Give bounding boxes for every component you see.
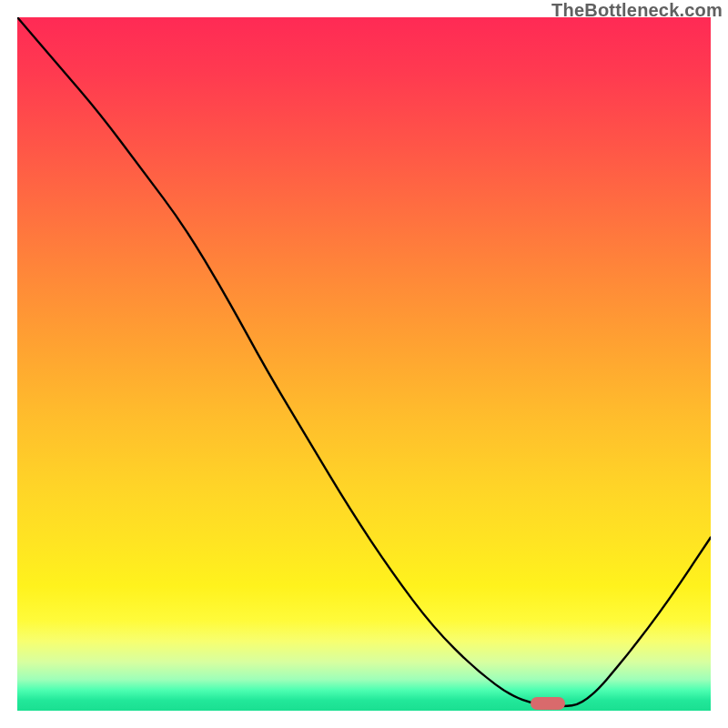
- plot-area: [17, 17, 711, 711]
- curve-path: [17, 17, 711, 706]
- bottleneck-curve: [17, 17, 711, 711]
- chart-frame: TheBottleneck.com: [0, 0, 728, 728]
- optimal-marker: [531, 697, 565, 710]
